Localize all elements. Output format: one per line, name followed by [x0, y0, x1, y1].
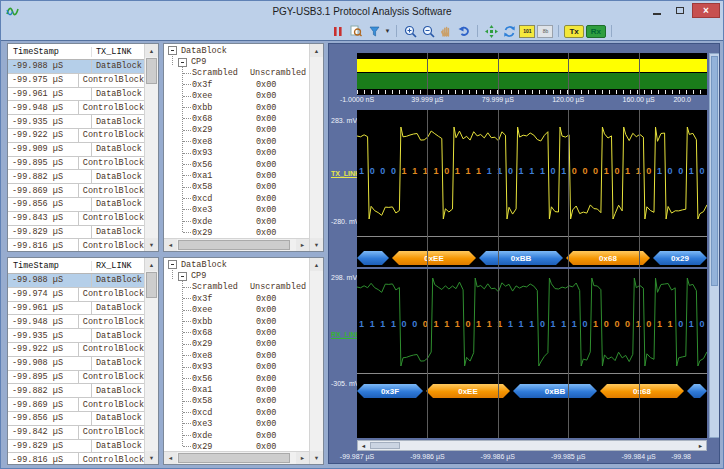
table-row[interactable]: -99.843 µSControlBlock — [8, 212, 144, 226]
table-row[interactable]: -99.922 µSControlBlock — [8, 129, 144, 143]
tx-tree-vscrollbar[interactable]: ▲ ▼ — [309, 44, 323, 251]
rx-tree-hscrollbar[interactable]: ◄ ► — [164, 451, 309, 464]
tree-item[interactable]: 0x560x00 — [164, 159, 309, 170]
tree-item[interactable]: 0x930x00 — [164, 148, 309, 159]
table-row[interactable]: -99.961 µSDataBlock — [8, 88, 144, 102]
fit-screen-icon[interactable] — [483, 24, 499, 39]
tree-item[interactable]: 0xe80x00 — [164, 136, 309, 147]
collapse-icon[interactable] — [168, 260, 177, 269]
tree-item[interactable]: 0x290x00 — [164, 441, 309, 451]
scroll-left-icon[interactable]: ◄ — [164, 452, 177, 464]
table-row[interactable]: -99.935 µSDataBlock — [8, 329, 144, 343]
table-row[interactable]: -99.856 µSDataBlock — [8, 412, 144, 426]
tree-node-datablock[interactable]: DataBlock — [164, 259, 309, 270]
undo-icon[interactable] — [456, 24, 472, 39]
tree-item[interactable]: 0xa10x00 — [164, 170, 309, 181]
table-row[interactable]: -99.882 µSDataBlock — [8, 384, 144, 398]
table-row[interactable]: -99.895 µSControlBlock — [8, 371, 144, 385]
tree-node-datablock[interactable]: DataBlock — [164, 45, 309, 56]
scrollbar-thumb[interactable] — [711, 56, 718, 286]
scrollbar-thumb[interactable] — [146, 272, 157, 298]
tree-item[interactable]: 0x560x00 — [164, 373, 309, 384]
table-row[interactable]: -99.935 µSDataBlock — [8, 115, 144, 129]
scroll-left-icon[interactable]: ◄ — [164, 239, 177, 251]
scroll-up-icon[interactable]: ▲ — [145, 258, 158, 271]
rx-toggle-button[interactable]: Rx — [586, 25, 606, 38]
scroll-down-icon[interactable]: ▼ — [310, 238, 323, 251]
tx-link-label[interactable]: TX_LINK — [331, 170, 360, 177]
tree-item[interactable]: 0x580x00 — [164, 182, 309, 193]
rx-table-scrollbar[interactable]: ▲ ▼ — [144, 258, 158, 464]
scrollbar-thumb[interactable] — [178, 453, 290, 463]
tree-item[interactable]: 0xe30x00 — [164, 418, 309, 429]
table-row[interactable]: -99.829 µSDataBlock — [8, 226, 144, 240]
rx-waveform-plot[interactable]: 111100011101111110111010001011010 0x3F0x… — [357, 269, 707, 438]
refresh-icon[interactable] — [501, 24, 517, 39]
scroll-left-icon[interactable]: ◄ — [358, 441, 369, 450]
zoom-in-icon[interactable] — [402, 24, 418, 39]
tree-item[interactable]: 0xcd0x00 — [164, 193, 309, 204]
waveform-vscrollbar[interactable] — [709, 53, 720, 438]
pause-icon[interactable] — [330, 24, 346, 39]
table-row[interactable]: -99.842 µSControlBlock — [8, 426, 144, 440]
tree-node-cp9[interactable]: CP9 — [164, 270, 309, 281]
scroll-right-icon[interactable]: ► — [695, 441, 706, 450]
byte-marker[interactable] — [357, 251, 389, 265]
tree-item[interactable]: 0x680x00 — [164, 113, 309, 124]
tree-item[interactable]: 0x930x00 — [164, 362, 309, 373]
table-row[interactable]: -99.988 µSDataBlock — [8, 274, 144, 288]
byte-marker[interactable]: 0xBB — [513, 384, 597, 398]
tree-item[interactable]: 0x290x00 — [164, 227, 309, 238]
maximize-button[interactable] — [669, 3, 690, 18]
tree-node-cp9[interactable]: CP9 — [164, 56, 309, 67]
tree-item[interactable]: 0xe30x00 — [164, 204, 309, 215]
scroll-down-icon[interactable]: ▼ — [145, 238, 158, 251]
tx-table-scrollbar[interactable]: ▲ ▼ — [144, 44, 158, 251]
table-row[interactable]: -99.948 µSControlBlock — [8, 101, 144, 115]
tree-item[interactable]: 0xee0x00 — [164, 91, 309, 102]
table-row[interactable]: -99.974 µSControlBlock — [8, 288, 144, 302]
scrollbar-thumb[interactable] — [178, 240, 290, 250]
tx-toggle-button[interactable]: Tx — [564, 25, 583, 38]
byte-marker[interactable]: 0xEE — [392, 251, 476, 265]
table-row[interactable]: -99.961 µSDataBlock — [8, 302, 144, 316]
collapse-icon[interactable] — [178, 58, 187, 67]
signal-overview-strip[interactable] — [357, 53, 707, 95]
digital-waveform-view-icon[interactable]: 101 — [519, 25, 535, 38]
table-row[interactable]: -99.869 µSControlBlock — [8, 398, 144, 412]
table-row[interactable]: -99.922 µSControlBlock — [8, 343, 144, 357]
table-row[interactable]: -99.856 µSDataBlock — [8, 198, 144, 212]
tree-item[interactable]: 0xa10x00 — [164, 384, 309, 395]
timestamp-column-header[interactable]: TimeStamp — [8, 47, 92, 57]
table-row[interactable]: -99.829 µSDataBlock — [8, 440, 144, 454]
table-row[interactable]: -99.909 µSDataBlock — [8, 143, 144, 157]
tree-item[interactable]: 0xbb0x00 — [164, 102, 309, 113]
byte-marker[interactable]: 0x68 — [566, 251, 650, 265]
encoding-view-icon[interactable]: 8b — [537, 25, 553, 38]
tree-item[interactable]: 0xee0x00 — [164, 305, 309, 316]
collapse-icon[interactable] — [168, 46, 177, 55]
scrollbar-thumb[interactable] — [370, 442, 400, 449]
tree-item[interactable]: 0x3f0x00 — [164, 293, 309, 304]
tree-item[interactable]: 0xcd0x00 — [164, 407, 309, 418]
byte-marker[interactable]: 0x68 — [600, 384, 684, 398]
minimize-button[interactable] — [646, 3, 667, 18]
scroll-up-icon[interactable]: ▲ — [310, 258, 323, 271]
tx-waveform-plot[interactable]: 100011110111110111010001011010010 0xEE0x… — [357, 110, 707, 267]
rx-tree-vscrollbar[interactable]: ▲ ▼ — [309, 258, 323, 464]
byte-marker[interactable]: 0xBB — [479, 251, 563, 265]
table-row[interactable]: -99.988 µSDataBlock — [8, 60, 144, 74]
tree-item[interactable]: 0xbb0x00 — [164, 316, 309, 327]
filter-icon[interactable] — [366, 24, 382, 39]
tree-item[interactable]: 0xe80x00 — [164, 350, 309, 361]
scroll-down-icon[interactable]: ▼ — [145, 451, 158, 464]
table-row[interactable]: -99.869 µSControlBlock — [8, 184, 144, 198]
collapse-icon[interactable] — [178, 272, 187, 281]
table-row[interactable]: -99.882 µSDataBlock — [8, 170, 144, 184]
close-button[interactable]: × — [692, 3, 720, 18]
tree-item[interactable]: 0x290x00 — [164, 125, 309, 136]
tree-item[interactable]: 0x680x00 — [164, 327, 309, 338]
scroll-down-icon[interactable]: ▼ — [310, 451, 323, 464]
zoom-out-icon[interactable] — [420, 24, 436, 39]
table-row[interactable]: -99.908 µSDataBlock — [8, 357, 144, 371]
